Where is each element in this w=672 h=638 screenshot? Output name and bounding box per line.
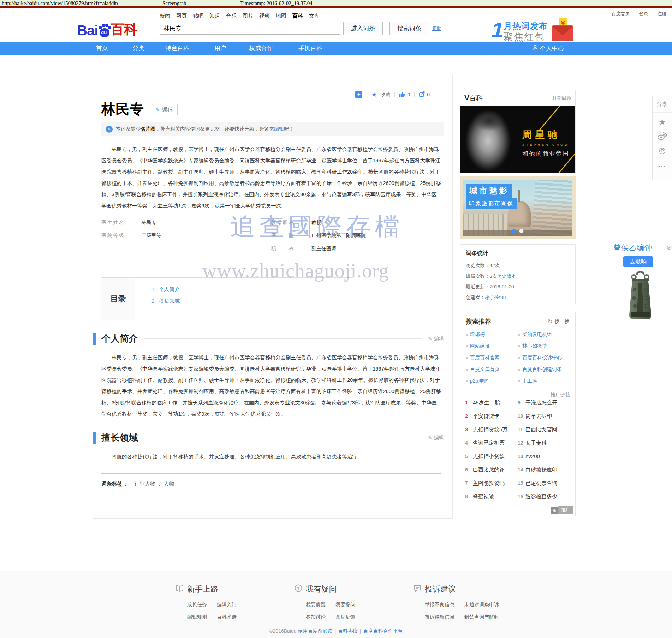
nav-wenku[interactable]: 文库 bbox=[309, 13, 320, 19]
promo-link[interactable]: 查询已定机票 bbox=[473, 440, 505, 446]
footer-link[interactable]: 我要提问 bbox=[335, 602, 355, 608]
recommend-link[interactable]: 林心如微博 bbox=[518, 343, 570, 349]
promo-link[interactable]: 女子专科 bbox=[525, 440, 547, 446]
login-link[interactable]: 登录 bbox=[639, 11, 648, 16]
nav-map[interactable]: 地图 bbox=[276, 13, 286, 19]
qzone-icon[interactable]: ★ bbox=[658, 118, 666, 127]
notice-edit-link[interactable]: 编辑 bbox=[274, 126, 284, 132]
footer-link[interactable]: 编辑规则 bbox=[187, 614, 207, 620]
footer-link[interactable]: 参加讨论 bbox=[306, 614, 326, 620]
refresh-icon: ↻ bbox=[548, 318, 553, 325]
search-entry-button[interactable]: 搜索词条 bbox=[389, 22, 429, 35]
promo-link[interactable]: nv200 bbox=[525, 453, 540, 459]
footer-link[interactable]: 我要质疑 bbox=[306, 602, 326, 608]
share-button[interactable]: 0 bbox=[419, 91, 430, 98]
vbaike-slide-stephen-chow[interactable]: 周星驰 STEPHEN CHOW 和他的商业帝国 bbox=[460, 106, 575, 173]
section-edit-link[interactable]: ✎ 编辑 bbox=[428, 435, 444, 441]
nav-category[interactable]: 分类 bbox=[132, 42, 144, 55]
bronze-bell-image[interactable] bbox=[625, 269, 672, 324]
recommend-link[interactable]: 网站建设 bbox=[466, 343, 518, 349]
promo-link[interactable]: 无抵押小贷款 bbox=[473, 453, 505, 460]
promo-link[interactable]: 简单去痘印 bbox=[525, 413, 552, 420]
recommend-link[interactable]: 土工膜 bbox=[518, 378, 570, 384]
nav-web[interactable]: 网页 bbox=[176, 13, 187, 19]
help-link[interactable]: 帮助 bbox=[432, 25, 441, 32]
section-edit-link[interactable]: ✎ 编辑 bbox=[428, 336, 444, 342]
toc-item-expertise[interactable]: 2擅长领域 bbox=[151, 298, 180, 305]
bell-title-link[interactable]: 曾侯乙编钟 bbox=[613, 243, 652, 253]
nav-baike[interactable]: 百科 bbox=[292, 13, 303, 19]
tag-values[interactable]: 行业人物 ， 人物 bbox=[134, 481, 174, 487]
enter-entry-button[interactable]: 进入词条 bbox=[343, 22, 383, 35]
recommend-link[interactable]: 百度百科创建词条 bbox=[518, 366, 570, 373]
promo-link[interactable]: 盖网能投资吗 bbox=[473, 480, 505, 487]
promo-link[interactable]: 白砂糖祛痘印 bbox=[525, 467, 557, 473]
footer-link[interactable]: 举报不良信息 bbox=[425, 602, 454, 608]
nav-tieba[interactable]: 贴吧 bbox=[193, 13, 203, 19]
like-button[interactable]: 0 bbox=[399, 91, 410, 98]
footer-legal-link[interactable]: 使用百度前必读 bbox=[298, 628, 332, 634]
nav-zhidao[interactable]: 知道 bbox=[209, 13, 220, 19]
footer-link[interactable]: 未通过词条申诉 bbox=[464, 602, 499, 608]
strike-bell-button[interactable]: 去敲响 bbox=[623, 256, 653, 267]
baidu-home-link[interactable]: 百度首页 bbox=[612, 11, 630, 16]
nav-music[interactable]: 音乐 bbox=[226, 13, 237, 19]
promo-link[interactable]: 巴西比戈的评 bbox=[473, 467, 505, 473]
carousel-dots bbox=[512, 229, 524, 233]
footer-legal-link[interactable]: 百科协议 bbox=[338, 628, 358, 634]
promo-link[interactable]: 干洗店怎么开 bbox=[525, 399, 557, 406]
register-link[interactable]: 注册 bbox=[657, 11, 666, 16]
footer-link[interactable]: 成长任务 bbox=[187, 602, 207, 608]
refresh-button[interactable]: ↻ 换一换 bbox=[548, 318, 570, 325]
decor-line bbox=[539, 106, 566, 130]
recommend-link[interactable]: 百度百科投诉中心 bbox=[518, 355, 570, 361]
carousel-dot-1[interactable] bbox=[512, 229, 516, 233]
close-icon[interactable]: ⊗ bbox=[666, 243, 672, 252]
nav-news[interactable]: 新闻 bbox=[160, 13, 170, 19]
ad-badge[interactable]: ◉ 推广 bbox=[551, 506, 573, 514]
footer-legal-link[interactable]: 百度百科合作平台 bbox=[363, 628, 403, 634]
toc-title: 目录 bbox=[101, 278, 135, 320]
hotword-banner[interactable]: 1 月热词发布 聚焦红包 ¥ bbox=[492, 19, 580, 42]
promo-link[interactable]: 巴西比戈官网 bbox=[525, 426, 557, 433]
nav-video[interactable]: 视频 bbox=[259, 13, 270, 19]
recommend-link[interactable]: 琅琊榜 bbox=[466, 331, 518, 338]
footer-link[interactable]: 意见反馈 bbox=[335, 614, 355, 620]
nav-authority[interactable]: 权威合作 bbox=[249, 42, 273, 55]
nav-image[interactable]: 图片 bbox=[243, 13, 253, 19]
promo-link[interactable]: 无抵押贷款5万 bbox=[473, 426, 507, 433]
recommend-link[interactable]: 百度百科官网 bbox=[466, 355, 518, 361]
recommend-link[interactable]: 柴油发电机组 bbox=[518, 331, 570, 338]
add-icon[interactable]: + bbox=[355, 91, 362, 98]
user-center-link[interactable]: 个人中心 bbox=[533, 42, 564, 55]
nav-users[interactable]: 用户 bbox=[214, 42, 226, 55]
carousel-dot-2[interactable] bbox=[519, 229, 524, 233]
recommend-link[interactable]: p2p理财 bbox=[466, 378, 518, 384]
nav-home[interactable]: 首页 bbox=[96, 42, 108, 55]
nav-featured[interactable]: 特色百科 bbox=[165, 42, 189, 55]
footer-link[interactable]: 投诉侵权信息 bbox=[425, 614, 454, 620]
tencent-weibo-icon[interactable]: ℗ bbox=[659, 146, 665, 156]
recommend-link[interactable]: 百度文库首页 bbox=[466, 366, 518, 373]
past-issues-link[interactable]: 往期回顾 bbox=[553, 95, 571, 101]
creator-link[interactable]: 格子控f88 bbox=[485, 295, 506, 300]
weibo-icon[interactable] bbox=[657, 132, 667, 142]
promo-link[interactable]: 已定机票查询 bbox=[525, 480, 557, 487]
promo-link[interactable]: 造影检查多少 bbox=[525, 493, 557, 500]
vbaike-slide-city-phantom[interactable]: 城市魅影 印象派都市肖像 bbox=[460, 176, 576, 239]
favorite-button[interactable]: ★ 收藏 bbox=[371, 91, 390, 98]
edit-entry-button[interactable]: ✎ 编辑 bbox=[151, 104, 178, 115]
promo-link[interactable]: 平安贷贷卡 bbox=[473, 413, 499, 420]
entry-tags: 词条标签： 行业人物 ， 人物 bbox=[101, 481, 444, 487]
search-input[interactable] bbox=[160, 22, 340, 35]
promo-link[interactable]: 45岁生二胎 bbox=[473, 399, 500, 406]
more-share-icon[interactable]: ••• bbox=[653, 160, 672, 173]
baidu-logo[interactable]: Bai du 百科 bbox=[77, 20, 137, 38]
footer-link[interactable]: 编辑入门 bbox=[217, 602, 237, 608]
footer-link[interactable]: 封禁查询与解封 bbox=[464, 614, 499, 620]
promo-link[interactable]: 蜂蜜祛皱 bbox=[473, 493, 494, 500]
footer-link[interactable]: 百科术语 bbox=[217, 614, 237, 620]
history-versions-link[interactable]: 历史版本 bbox=[497, 273, 516, 279]
nav-mobile[interactable]: 手机百科 bbox=[298, 42, 322, 55]
toc-item-intro[interactable]: 1个人简介 bbox=[151, 286, 180, 293]
